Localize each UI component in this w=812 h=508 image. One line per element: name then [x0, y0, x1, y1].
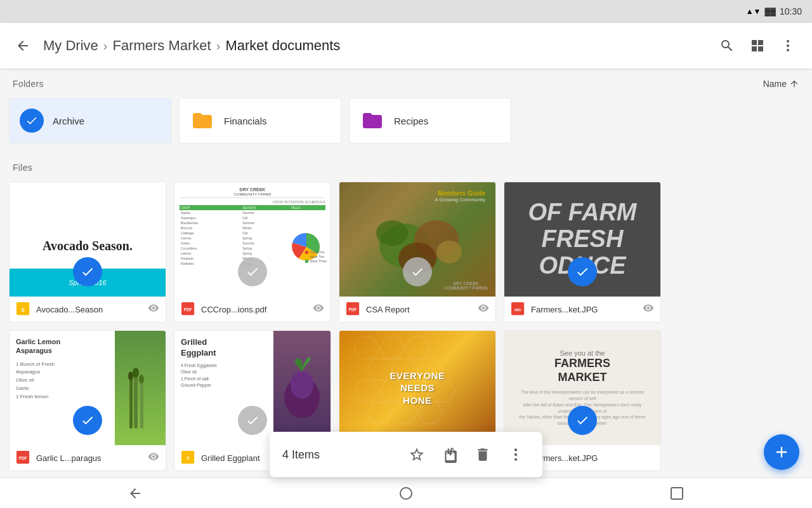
- file-eye-farmjpg[interactable]: [643, 302, 654, 316]
- svg-marker-37: [405, 380, 430, 402]
- svg-point-49: [514, 453, 517, 456]
- more-icon: [780, 38, 796, 53]
- status-icons: ▲▼ ▓▓ 10:30: [746, 6, 802, 17]
- file-check-farmjpg: [568, 257, 597, 286]
- breadcrumb: My Drive › Farmers Market › Market docum…: [43, 37, 705, 54]
- svg-point-48: [514, 448, 517, 451]
- slides-type-icon: S: [16, 302, 30, 316]
- more-button[interactable]: [774, 32, 802, 60]
- svg-text:S: S: [21, 307, 25, 313]
- svg-rect-17: [134, 371, 138, 429]
- file-check-farmersposter: [568, 406, 597, 435]
- slides-type-icon: S: [181, 451, 195, 465]
- sort-button[interactable]: Name: [763, 79, 799, 89]
- svg-point-22: [128, 371, 133, 380]
- file-item-farmjpg[interactable]: OF FARMFRESHODUCE IMG Farmers...ket.JPG: [504, 182, 661, 323]
- svg-point-51: [400, 488, 412, 499]
- file-eye-csa[interactable]: [478, 302, 489, 316]
- folders-section-title: Folders: [13, 79, 44, 89]
- file-item-csa[interactable]: Members Guide A Growing Community DRY CR…: [339, 182, 496, 323]
- folder-item-financials[interactable]: Financials: [179, 98, 341, 144]
- file-thumb-avocado: Avocado Season. Spring 2016: [10, 182, 166, 297]
- file-thumb-cccrops: DRY CREEKCOMMUNITY FARMS CROP ROTATION S…: [174, 182, 331, 297]
- star-icon: [409, 446, 425, 463]
- svg-marker-32: [367, 359, 392, 380]
- more-vert-icon: [508, 446, 524, 463]
- eggplant-icon: [280, 356, 324, 420]
- pdf-type-icon: PDF: [181, 302, 195, 316]
- folder-name-archive: Archive: [53, 116, 84, 126]
- back-icon: [15, 38, 30, 53]
- grid-icon: [750, 38, 765, 53]
- asparagus-icon: [121, 365, 159, 441]
- file-name-csa: CSA Report: [366, 305, 473, 314]
- folders-grid: Archive Financials Recipes: [0, 94, 812, 152]
- svg-point-11: [376, 220, 408, 246]
- move-button[interactable]: [436, 441, 464, 469]
- check-icon: [25, 114, 38, 127]
- eye-icon: [478, 302, 489, 314]
- file-check-garlic: [73, 406, 102, 435]
- svg-point-50: [514, 458, 517, 460]
- folder-item-archive[interactable]: Archive: [9, 98, 171, 144]
- svg-text:PDF: PDF: [19, 456, 27, 460]
- file-footer-cccrops: PDF CCCrop...ions.pdf: [174, 297, 331, 322]
- file-name-farmersposter: Farmers...ket.JPG: [531, 453, 654, 463]
- delete-button[interactable]: [469, 441, 497, 469]
- folder-item-recipes[interactable]: Recipes: [349, 98, 511, 144]
- file-item-cccrops[interactable]: DRY CREEKCOMMUNITY FARMS CROP ROTATION S…: [174, 182, 331, 323]
- file-eye-cccrops[interactable]: [313, 302, 324, 316]
- file-footer-farmjpg: IMG Farmers...ket.JPG: [504, 297, 660, 322]
- nav-back-button[interactable]: [126, 485, 144, 502]
- back-button[interactable]: [10, 33, 36, 58]
- svg-marker-29: [354, 337, 379, 359]
- pdf-icon-cccrops: PDF: [181, 302, 196, 317]
- pdf-type-icon: PDF: [16, 451, 30, 465]
- file-check-csa: [403, 257, 432, 286]
- file-footer-csa: PDF CSA Report: [339, 297, 495, 322]
- svg-rect-18: [140, 378, 143, 429]
- delete-icon: [475, 446, 491, 463]
- file-thumb-farmjpg: OF FARMFRESHODUCE: [504, 182, 660, 297]
- star-button[interactable]: [403, 441, 431, 469]
- grid-view-button[interactable]: [743, 32, 771, 60]
- svg-point-1: [787, 44, 789, 47]
- breadcrumb-current: Market documents: [225, 37, 340, 54]
- search-button[interactable]: [713, 32, 741, 60]
- check-icon: [81, 265, 95, 279]
- file-item-avocado[interactable]: Avocado Season. Spring 2016 S: [9, 182, 166, 323]
- nav-recents-button[interactable]: [668, 485, 686, 502]
- file-thumb-farmersposter: See you at the FARMERSMARKET The kind of…: [504, 331, 660, 445]
- svg-rect-52: [671, 488, 683, 499]
- file-eye-avocado[interactable]: [148, 302, 159, 316]
- sort-up-icon: [789, 79, 799, 89]
- nav-home-button[interactable]: [397, 485, 415, 502]
- file-name-avocado: Avocado...Season: [36, 305, 143, 314]
- file-thumb-csa: Members Guide A Growing Community DRY CR…: [339, 182, 495, 297]
- file-item-garlic[interactable]: Garlic LemonAsparagus 1 Bunch of FreshAs…: [9, 330, 166, 471]
- action-bar: 4 Items: [270, 432, 542, 478]
- check-icon: [246, 413, 259, 427]
- file-eye-garlic[interactable]: [148, 451, 159, 465]
- breadcrumb-mydrive[interactable]: My Drive: [43, 37, 98, 54]
- fab-add-button[interactable]: [764, 434, 799, 470]
- svg-marker-31: [405, 337, 430, 359]
- move-icon: [442, 446, 458, 463]
- sort-label-text: Name: [763, 79, 787, 89]
- image-type-icon: IMG: [511, 302, 525, 316]
- file-name-garlic: Garlic L...paragus: [36, 453, 143, 463]
- file-name-farmjpg: Farmers...ket.JPG: [531, 305, 638, 314]
- battery-icon: ▓▓: [764, 7, 776, 16]
- svg-marker-36: [379, 380, 405, 402]
- action-icons: [403, 441, 530, 469]
- status-bar: ▲▼ ▓▓ 10:30: [0, 0, 812, 23]
- more-action-button[interactable]: [502, 441, 530, 469]
- folder-icon-financials: [190, 108, 215, 133]
- breadcrumb-sep1: ›: [103, 39, 108, 53]
- android-nav-bar: [0, 478, 812, 508]
- breadcrumb-farmersmarket[interactable]: Farmers Market: [112, 37, 211, 54]
- search-icon: [719, 38, 735, 53]
- svg-marker-40: [392, 402, 417, 424]
- breadcrumb-sep2: ›: [216, 39, 221, 53]
- check-icon: [575, 413, 589, 427]
